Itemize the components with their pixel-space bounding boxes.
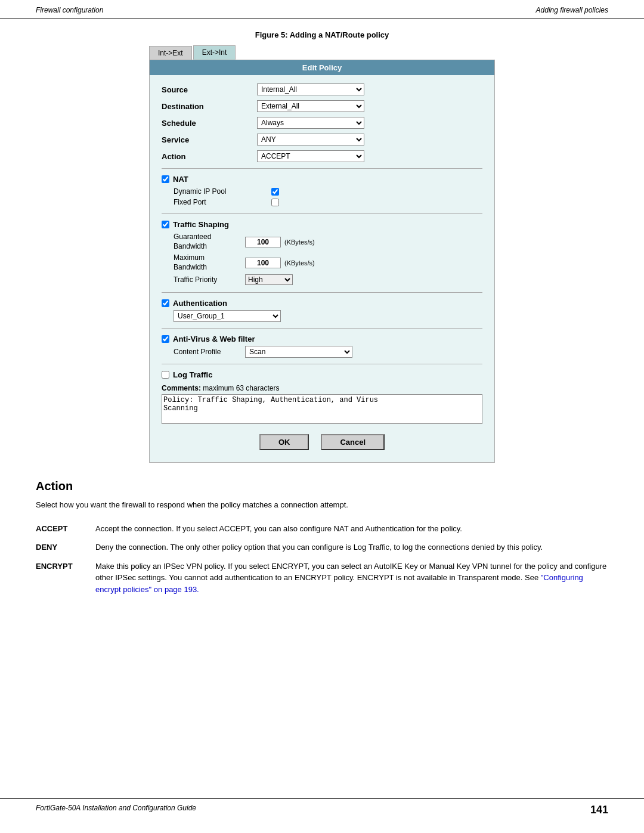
service-value: ANY <box>257 134 482 145</box>
destination-value: External_All <box>257 100 482 112</box>
tab-ext-int[interactable]: Ext->Int <box>193 45 236 60</box>
ts-rows: GuaranteedBandwidth (KBytes/s) MaximumBa… <box>174 231 482 286</box>
nat-dynamic-ip-checkbox[interactable] <box>271 188 279 196</box>
comments-label: Comments: maximum 63 characters <box>162 384 482 392</box>
log-traffic-checkbox[interactable] <box>162 371 169 379</box>
header-right: Adding firewall policies <box>536 6 608 14</box>
header-left: Firewall configuration <box>36 6 103 14</box>
action-title: Action <box>36 479 608 493</box>
accept-term: ACCEPT <box>36 521 95 540</box>
av-content-profile-row: Content Profile Scan <box>174 346 482 358</box>
tab-int-ext[interactable]: Int->Ext <box>149 46 192 60</box>
auth-select[interactable]: User_Group_1 <box>174 310 281 322</box>
nat-section: NAT Dynamic IP Pool Fixed Port <box>162 172 482 210</box>
source-select[interactable]: Internal_All <box>257 83 364 95</box>
comments-textarea[interactable]: Policy: Traffic Shaping, Authentication,… <box>162 394 482 424</box>
ts-header: Traffic Shaping <box>162 220 482 229</box>
log-traffic-section: Log Traffic <box>162 368 482 382</box>
action-table: ACCEPT Accept the connection. If you sel… <box>36 521 608 600</box>
page-footer: FortiGate-50A Installation and Configura… <box>0 798 644 821</box>
ts-checkbox[interactable] <box>162 221 169 228</box>
ts-guaranteed-input[interactable] <box>245 237 281 247</box>
schedule-label: Schedule <box>162 119 257 128</box>
action-encrypt-row: ENCRYPT Make this policy an IPSec VPN po… <box>36 558 608 600</box>
footer-left: FortiGate-50A Installation and Configura… <box>36 804 196 816</box>
policy-box: Edit Policy Source Internal_All Destinat… <box>149 60 495 463</box>
av-content-profile-select[interactable]: Scan <box>245 346 352 358</box>
nat-checkbox[interactable] <box>162 175 169 183</box>
policy-body: Source Internal_All Destination External… <box>150 75 494 462</box>
ts-guaranteed-label: GuaranteedBandwidth <box>174 233 245 251</box>
ts-guaranteed-unit: (KBytes/s) <box>284 239 315 246</box>
service-select[interactable]: ANY <box>257 134 364 145</box>
action-row: Action ACCEPT <box>162 148 482 165</box>
ts-label: Traffic Shaping <box>173 220 229 229</box>
action-section: Action Select how you want the firewall … <box>36 479 608 600</box>
traffic-shaping-section: Traffic Shaping GuaranteedBandwidth (KBy… <box>162 218 482 289</box>
antivirus-section: Anti-Virus & Web filter Content Profile … <box>162 332 482 360</box>
divider-1 <box>162 168 482 169</box>
comments-strong: Comments: <box>162 384 201 392</box>
ts-maximum-label: MaximumBandwidth <box>174 253 245 272</box>
schedule-row: Schedule Always <box>162 114 482 131</box>
source-label: Source <box>162 85 257 94</box>
divider-4 <box>162 328 482 329</box>
figure-container: Figure 5: Adding a NAT/Route policy Int-… <box>36 30 608 463</box>
cancel-button[interactable]: Cancel <box>321 434 385 450</box>
figure-caption: Figure 5: Adding a NAT/Route policy <box>255 30 389 39</box>
button-row: OK Cancel <box>162 428 482 456</box>
ts-priority-label: Traffic Priority <box>174 275 245 285</box>
auth-checkbox[interactable] <box>162 299 169 307</box>
encrypt-definition-text: Make this policy an IPSec VPN policy. If… <box>95 562 606 583</box>
auth-label: Authentication <box>173 299 227 308</box>
nat-fixed-port-checkbox[interactable] <box>271 199 279 206</box>
action-accept-row: ACCEPT Accept the connection. If you sel… <box>36 521 608 540</box>
destination-select[interactable]: External_All <box>257 100 364 112</box>
deny-definition: Deny the connection. The only other poli… <box>95 539 608 558</box>
encrypt-term: ENCRYPT <box>36 558 95 600</box>
policy-header: Edit Policy <box>150 60 494 75</box>
accept-definition: Accept the connection. If you select ACC… <box>95 521 608 540</box>
ts-guaranteed-row: GuaranteedBandwidth (KBytes/s) <box>174 231 482 252</box>
ok-button[interactable]: OK <box>259 434 309 450</box>
divider-5 <box>162 364 482 364</box>
action-description: Select how you want the firewall to resp… <box>36 499 608 511</box>
log-traffic-label: Log Traffic <box>173 370 212 379</box>
page-header: Firewall configuration Adding firewall p… <box>0 0 644 18</box>
tabs-container: Int->Ext Ext->Int <box>149 45 495 60</box>
nat-header: NAT <box>162 175 482 184</box>
nat-dynamic-ip-label: Dynamic IP Pool <box>174 187 269 196</box>
service-row: Service ANY <box>162 131 482 148</box>
ts-maximum-input[interactable] <box>245 258 281 268</box>
comments-section: Comments: maximum 63 characters Policy: … <box>162 382 482 428</box>
action-value: ACCEPT <box>257 150 482 162</box>
ts-maximum-unit: (KBytes/s) <box>284 259 315 267</box>
schedule-value: Always <box>257 117 482 129</box>
action-deny-row: DENY Deny the connection. The only other… <box>36 539 608 558</box>
action-select[interactable]: ACCEPT <box>257 150 364 162</box>
service-label: Service <box>162 135 257 144</box>
action-label: Action <box>162 152 257 161</box>
page-content: Figure 5: Adding a NAT/Route policy Int-… <box>0 18 644 612</box>
nat-fixed-port-row: Fixed Port <box>174 197 482 208</box>
auth-row: User_Group_1 <box>174 310 482 322</box>
av-header: Anti-Virus & Web filter <box>162 335 482 343</box>
divider-3 <box>162 292 482 293</box>
destination-label: Destination <box>162 102 257 111</box>
source-value: Internal_All <box>257 83 482 95</box>
schedule-select[interactable]: Always <box>257 117 364 129</box>
destination-row: Destination External_All <box>162 98 482 114</box>
encrypt-definition: Make this policy an IPSec VPN policy. If… <box>95 558 608 600</box>
nat-label: NAT <box>173 175 188 184</box>
authentication-section: Authentication User_Group_1 <box>162 296 482 324</box>
ts-priority-row: Traffic Priority High Medium Low <box>174 273 482 286</box>
av-content-profile-label: Content Profile <box>174 348 245 356</box>
source-row: Source Internal_All <box>162 81 482 98</box>
page-number: 141 <box>590 804 608 816</box>
divider-2 <box>162 213 482 214</box>
av-checkbox[interactable] <box>162 335 169 343</box>
av-label: Anti-Virus & Web filter <box>173 335 255 343</box>
deny-term: DENY <box>36 539 95 558</box>
auth-header: Authentication <box>162 299 482 308</box>
ts-priority-select[interactable]: High Medium Low <box>245 274 293 285</box>
